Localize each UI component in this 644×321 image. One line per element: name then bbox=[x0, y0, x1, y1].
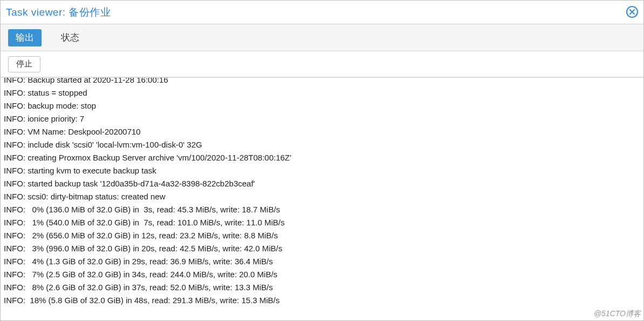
log-line: INFO: include disk 'scsi0' 'local-lvm:vm… bbox=[4, 138, 640, 151]
log-line: INFO: 2% (656.0 MiB of 32.0 GiB) in 12s,… bbox=[4, 229, 640, 242]
log-line: INFO: ionice priority: 7 bbox=[4, 112, 640, 125]
log-line: INFO: 4% (1.3 GiB of 32.0 GiB) in 29s, r… bbox=[4, 255, 640, 268]
log-line: INFO: 0% (136.0 MiB of 32.0 GiB) in 3s, … bbox=[4, 203, 640, 216]
log-line: INFO: scsi0: dirty-bitmap status: create… bbox=[4, 190, 640, 203]
titlebar: Task viewer: 备份作业 bbox=[1, 1, 643, 24]
log-line: INFO: creating Proxmox Backup Server arc… bbox=[4, 151, 640, 164]
log-line: INFO: VM Name: Deskpool-20200710 bbox=[4, 125, 640, 138]
close-icon bbox=[626, 5, 639, 18]
tab-status[interactable]: 状态 bbox=[53, 29, 87, 46]
log-line: INFO: backup mode: stop bbox=[4, 99, 640, 112]
task-viewer-window: Task viewer: 备份作业 输出 状态 停止 INFO: Backup … bbox=[0, 0, 644, 321]
log-line: INFO: 8% (2.6 GiB of 32.0 GiB) in 37s, r… bbox=[4, 281, 640, 294]
stop-button[interactable]: 停止 bbox=[8, 56, 40, 72]
log-output-wrap: INFO: Backup started at 2020-11-28 16:00… bbox=[1, 77, 643, 320]
log-line: INFO: 1% (540.0 MiB of 32.0 GiB) in 7s, … bbox=[4, 216, 640, 229]
log-line: INFO: 3% (996.0 MiB of 32.0 GiB) in 20s,… bbox=[4, 242, 640, 255]
toolbar: 停止 bbox=[1, 51, 643, 77]
log-line: INFO: started backup task '12d0a35b-d71a… bbox=[4, 177, 640, 190]
log-line: INFO: Backup started at 2020-11-28 16:00… bbox=[4, 78, 640, 86]
log-line: INFO: starting kvm to execute backup tas… bbox=[4, 164, 640, 177]
log-line: INFO: 7% (2.5 GiB of 32.0 GiB) in 34s, r… bbox=[4, 268, 640, 281]
tab-output[interactable]: 输出 bbox=[8, 29, 42, 46]
log-line: INFO: 18% (5.8 GiB of 32.0 GiB) in 48s, … bbox=[4, 294, 640, 307]
log-line: INFO: status = stopped bbox=[4, 86, 640, 99]
log-output[interactable]: INFO: Backup started at 2020-11-28 16:00… bbox=[1, 78, 643, 320]
window-title: Task viewer: 备份作业 bbox=[6, 5, 111, 19]
close-button[interactable] bbox=[625, 5, 639, 19]
tabbar: 输出 状态 bbox=[1, 24, 643, 51]
